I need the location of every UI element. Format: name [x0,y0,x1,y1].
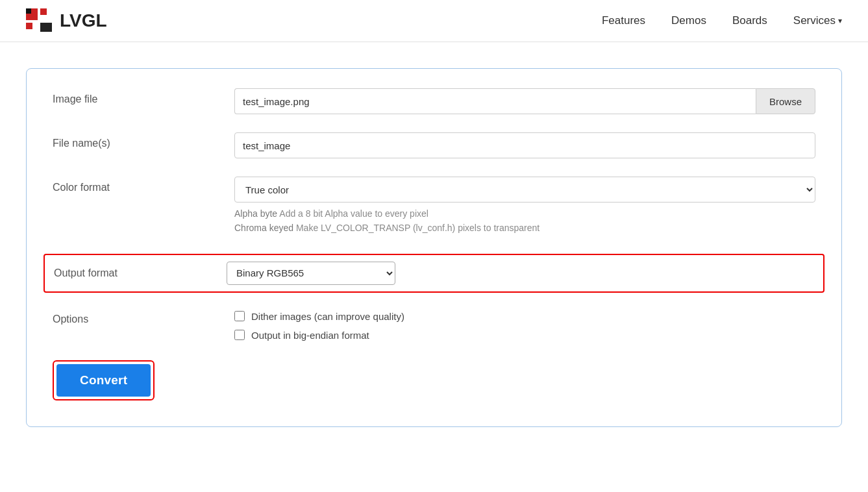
nav-boards[interactable]: Boards [732,14,767,27]
lvgl-logo-icon [26,8,55,33]
nav-demos[interactable]: Demos [671,14,706,27]
svg-rect-3 [40,23,52,32]
alpha-byte-label: Alpha byte [234,208,277,219]
chroma-keyed-label: Chroma keyed [234,223,293,233]
converter-card: Image file Browse File name(s) Color for… [26,68,842,427]
dither-checkbox[interactable] [234,311,245,321]
color-format-label: Color format [53,177,234,193]
color-format-control: True color True color with Alpha Indexed… [234,177,815,236]
main-nav: Features Demos Boards Services ▾ [602,14,842,27]
color-format-select[interactable]: True color True color with Alpha Indexed… [234,177,815,203]
chevron-down-icon: ▾ [838,16,842,25]
output-format-label: Output format [54,267,227,279]
big-endian-checkbox[interactable] [234,330,245,340]
file-names-row: File name(s) [53,132,815,158]
alpha-byte-description: Add a 8 bit Alpha value to every pixel [279,208,428,219]
output-format-row: Output format Binary RGB565 Binary RGB56… [43,254,825,293]
color-format-hint-alpha: Alpha byte Add a 8 bit Alpha value to ev… [234,206,815,221]
big-endian-label: Output in big-endian format [251,330,369,341]
svg-rect-1 [40,8,47,15]
chroma-keyed-description: Make LV_COLOR_TRANSP (lv_conf.h) pixels … [296,223,539,233]
convert-button-wrap: Convert [53,360,155,400]
logo-text: LVGL [60,10,107,31]
file-names-input[interactable] [234,132,815,158]
nav-features[interactable]: Features [602,14,645,27]
color-format-row: Color format True color True color with … [53,177,815,236]
header: LVGL Features Demos Boards Services ▾ [0,0,868,42]
big-endian-option[interactable]: Output in big-endian format [234,330,404,341]
color-format-hint-chroma: Chroma keyed Make LV_COLOR_TRANSP (lv_co… [234,221,815,235]
dither-option[interactable]: Dither images (can improve quality) [234,311,404,322]
options-label: Options [53,311,234,325]
options-list: Dither images (can improve quality) Outp… [234,311,404,341]
options-row: Options Dither images (can improve quali… [53,311,815,341]
image-file-input[interactable] [234,88,756,114]
output-format-select[interactable]: Binary RGB565 Binary RGB565 with Alpha C… [227,262,395,285]
image-file-control: Browse [234,88,815,114]
nav-services-label: Services [793,14,836,27]
svg-rect-4 [26,8,31,14]
image-file-row: Image file Browse [53,88,815,114]
svg-rect-2 [26,23,32,29]
main-content: Image file Browse File name(s) Color for… [0,42,868,453]
image-file-input-wrap: Browse [234,88,815,114]
logo[interactable]: LVGL [26,8,107,33]
dither-label: Dither images (can improve quality) [251,311,404,322]
file-names-control [234,132,815,158]
color-format-hint: Alpha byte Add a 8 bit Alpha value to ev… [234,206,815,236]
browse-button[interactable]: Browse [756,88,815,114]
nav-services[interactable]: Services ▾ [793,14,842,27]
image-file-label: Image file [53,88,234,105]
convert-button[interactable]: Convert [56,364,151,397]
file-names-label: File name(s) [53,132,234,149]
